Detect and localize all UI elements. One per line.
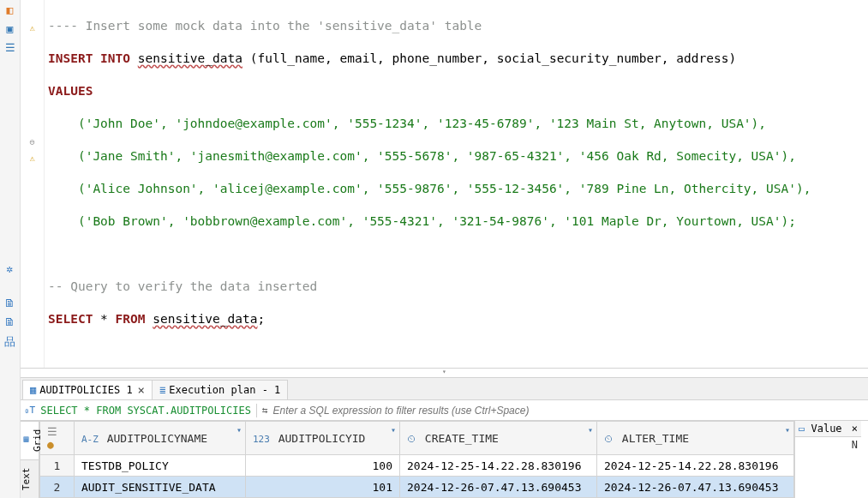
grid-icon: ▦	[30, 384, 36, 396]
col-auditpolicyid[interactable]: 123 AUDITPOLICYID▾	[246, 422, 400, 455]
chevron-down-icon[interactable]: ▾	[588, 425, 593, 435]
tab-label: AUDITPOLICIES 1	[39, 384, 132, 396]
warning-marker-icon: ⚠	[21, 150, 44, 166]
doc-icon[interactable]: 🗎	[3, 315, 17, 329]
settings-icon[interactable]: ✲	[3, 262, 17, 276]
view-tab-grid[interactable]: ▦ Grid	[21, 421, 39, 459]
pane-divider[interactable]	[21, 368, 868, 378]
cell-altertime[interactable]: 2024-12-25-14.22.28.830196	[597, 455, 794, 477]
tab-execution-plan[interactable]: ≣ Execution plan - 1	[152, 380, 288, 399]
chevron-down-icon[interactable]: ▾	[236, 425, 242, 435]
cell-name[interactable]: TESTDB_POLICY	[75, 455, 246, 477]
value-panel: ▭ Value × N	[794, 421, 861, 498]
toolbar-icon-1[interactable]: ◧	[3, 3, 17, 17]
separator	[256, 404, 257, 417]
toolbar-icon-3[interactable]: ☰	[3, 41, 17, 55]
sql-editor[interactable]: ---- Insert some mock data into the 'sen…	[45, 0, 868, 368]
filter-toggle-icon[interactable]: ⇆	[262, 405, 268, 416]
warning-marker-icon: ⚠	[21, 20, 44, 36]
filter-sql-text: SELECT * FROM SYSCAT.AUDITPOLICIES	[40, 405, 251, 417]
col-altertime[interactable]: ⏲ ALTER_TIME▾	[597, 422, 794, 455]
add-icon[interactable]: 🗎	[3, 297, 17, 310]
close-icon[interactable]: ×	[138, 383, 145, 397]
results-grid-wrap: ☰ ● A-Z AUDITPOLICYNAME▾ 123 AUDITPOLICY…	[39, 421, 868, 498]
cell-createtime[interactable]: 2024-12-25-14.22.28.830196	[400, 455, 597, 477]
editor-gutter: ⚠ ⊖ ⚠	[21, 0, 45, 368]
result-view-tabs: ▦ Grid Text	[21, 421, 39, 498]
fold-marker-icon[interactable]: ⊖	[21, 134, 44, 150]
table-row[interactable]: 2 AUDIT_SENSITIVE_DATA 101 2024-12-26-07…	[40, 477, 794, 498]
col-createtime[interactable]: ⏲ CREATE_TIME▾	[400, 422, 597, 455]
plan-icon: ≣	[159, 384, 165, 396]
row-number[interactable]: 1	[40, 455, 75, 477]
filter-prefix-icon: ₀T	[24, 405, 35, 416]
value-panel-title: Value	[811, 423, 841, 435]
cell-altertime[interactable]: 2024-12-26-07.47.13.690453	[597, 477, 794, 498]
value-panel-content: N	[795, 437, 861, 453]
view-tab-text[interactable]: Text	[21, 459, 39, 498]
chevron-down-icon[interactable]: ▾	[785, 425, 790, 435]
results-table[interactable]: ☰ ● A-Z AUDITPOLICYNAME▾ 123 AUDITPOLICY…	[39, 421, 794, 498]
row-select-corner[interactable]: ☰ ●	[40, 422, 75, 455]
tab-auditpolicies[interactable]: ▦ AUDITPOLICIES 1 ×	[22, 380, 153, 399]
filter-input[interactable]	[273, 405, 865, 417]
tab-label: Execution plan - 1	[169, 384, 280, 396]
close-icon[interactable]: ×	[852, 423, 858, 435]
results-tab-bar: ▦ AUDITPOLICIES 1 × ≣ Execution plan - 1	[21, 378, 868, 400]
col-auditpolicyname[interactable]: A-Z AUDITPOLICYNAME▾	[75, 422, 246, 455]
left-toolbar: ◧ ▣ ☰ ✲ 🗎 🗎 品	[0, 0, 21, 498]
cell-id[interactable]: 101	[246, 477, 400, 498]
row-number[interactable]: 2	[40, 477, 75, 498]
filter-bar: ₀T SELECT * FROM SYSCAT.AUDITPOLICIES ⇆	[21, 400, 868, 421]
code-comment: ---- Insert some mock data into the 'sen…	[48, 19, 482, 33]
main-area: ⚠ ⊖ ⚠ ---- Insert some mock data into th…	[21, 0, 868, 498]
chevron-down-icon[interactable]: ▾	[391, 425, 396, 435]
table-row[interactable]: 1 TESTDB_POLICY 100 2024-12-25-14.22.28.…	[40, 455, 794, 477]
cell-id[interactable]: 100	[246, 455, 400, 477]
cell-createtime[interactable]: 2024-12-26-07.47.13.690453	[400, 477, 597, 498]
tree-icon[interactable]: 品	[3, 334, 17, 348]
cell-name[interactable]: AUDIT_SENSITIVE_DATA	[75, 477, 246, 498]
editor-wrap: ⚠ ⊖ ⚠ ---- Insert some mock data into th…	[21, 0, 868, 368]
toolbar-icon-2[interactable]: ▣	[3, 22, 17, 36]
results-area: ▦ Grid Text ☰ ● A-Z AUDITPOLICYNAME▾ 123…	[21, 421, 868, 498]
